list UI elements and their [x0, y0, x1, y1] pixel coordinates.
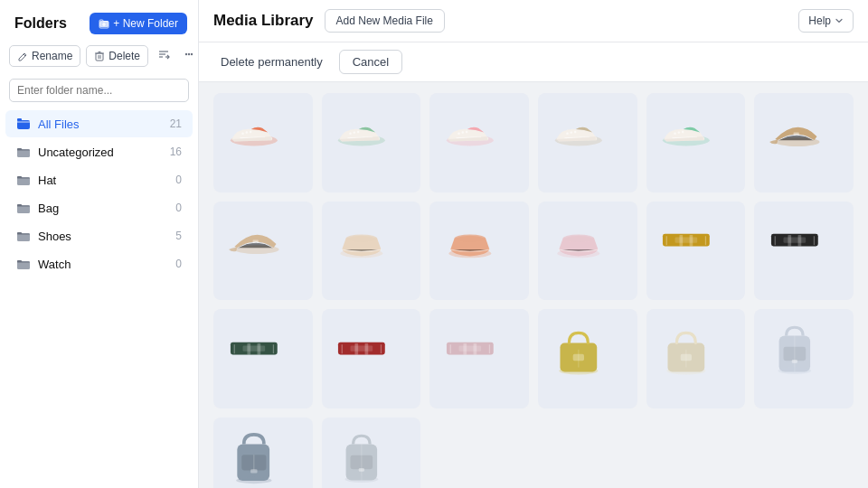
- svg-rect-57: [690, 235, 693, 246]
- media-item[interactable]: [754, 202, 854, 301]
- new-folder-button[interactable]: + New Folder: [90, 13, 187, 34]
- media-thumbnail: [767, 322, 841, 396]
- trash-icon: [94, 51, 105, 61]
- page-title: Media Library: [213, 12, 314, 30]
- svg-point-26: [250, 130, 251, 132]
- media-grid-area: [199, 82, 868, 488]
- svg-rect-66: [247, 343, 250, 354]
- media-item[interactable]: [322, 309, 421, 408]
- media-item[interactable]: [646, 309, 746, 408]
- sidebar-item-all-files[interactable]: All Files21: [5, 110, 193, 137]
- svg-point-102: [345, 475, 379, 482]
- media-item[interactable]: [538, 93, 637, 192]
- sort-button[interactable]: [154, 44, 174, 67]
- media-thumbnail: [551, 106, 625, 180]
- svg-point-29: [354, 131, 355, 133]
- media-item[interactable]: [754, 93, 854, 192]
- sidebar-item-hat[interactable]: Hat0: [5, 166, 193, 193]
- more-options-button[interactable]: [179, 44, 199, 67]
- svg-rect-44: [794, 132, 799, 136]
- folder-icon: [16, 257, 31, 271]
- sidebar-item-watch[interactable]: Watch0: [5, 250, 193, 277]
- svg-point-42: [682, 130, 684, 132]
- add-media-button[interactable]: Add New Media File: [325, 9, 445, 33]
- folder-icon: [16, 201, 31, 215]
- delete-permanently-button[interactable]: Delete permanently: [213, 52, 330, 72]
- svg-point-25: [245, 131, 247, 133]
- media-item[interactable]: [213, 418, 313, 488]
- folder-count-shoes: 5: [175, 230, 182, 242]
- folder-name-all-files: All Files: [38, 117, 170, 131]
- rename-button[interactable]: Rename: [9, 45, 80, 67]
- chevron-down-icon: [835, 16, 844, 25]
- media-thumbnail: [334, 213, 408, 287]
- sidebar-header: Folders + New Folder: [0, 0, 198, 43]
- media-item[interactable]: [429, 93, 529, 192]
- media-item[interactable]: [322, 418, 421, 488]
- folder-icon: [16, 145, 31, 159]
- media-item[interactable]: [322, 202, 421, 301]
- svg-rect-71: [355, 343, 359, 354]
- new-folder-label: + New Folder: [113, 17, 178, 30]
- svg-rect-4: [96, 53, 103, 61]
- svg-point-37: [570, 131, 571, 133]
- svg-rect-55: [675, 238, 698, 243]
- media-thumbnail: [442, 213, 516, 287]
- folder-count-hat: 0: [175, 174, 182, 186]
- cancel-button[interactable]: Cancel: [339, 50, 402, 74]
- media-thumbnail: [658, 106, 732, 180]
- folder-count-all-files: 21: [170, 117, 182, 130]
- svg-point-48: [346, 235, 378, 243]
- delete-label: Delete: [108, 50, 140, 62]
- help-label: Help: [808, 14, 831, 27]
- media-item[interactable]: [429, 202, 529, 301]
- sidebar-item-bag[interactable]: Bag0: [5, 194, 193, 221]
- svg-rect-76: [463, 343, 467, 354]
- folder-name-hat: Hat: [38, 174, 175, 187]
- folder-icon: [16, 229, 31, 243]
- media-thumbnail: [226, 213, 300, 287]
- media-item[interactable]: [754, 309, 854, 408]
- sidebar: Folders + New Folder Rename: [0, 0, 199, 488]
- help-button[interactable]: Help: [798, 9, 854, 33]
- media-thumbnail: [442, 322, 516, 396]
- media-thumbnail: [334, 106, 408, 180]
- folder-name-input[interactable]: [9, 79, 189, 102]
- media-item[interactable]: [538, 309, 637, 408]
- svg-point-13: [185, 53, 187, 55]
- media-item[interactable]: [429, 309, 529, 408]
- svg-point-50: [455, 235, 486, 243]
- svg-rect-62: [798, 235, 802, 246]
- sidebar-item-uncategorized[interactable]: Uncategorized16: [5, 138, 193, 165]
- media-item[interactable]: [322, 93, 421, 192]
- svg-point-32: [458, 132, 459, 134]
- media-thumbnail: [226, 430, 300, 488]
- media-grid: [213, 93, 854, 488]
- sidebar-actions: Rename Delete: [0, 43, 198, 75]
- svg-point-34: [466, 130, 467, 132]
- media-thumbnail: [334, 430, 408, 488]
- sidebar-item-shoes[interactable]: Shoes5: [5, 222, 193, 249]
- delete-button[interactable]: Delete: [86, 45, 148, 67]
- svg-point-92: [778, 368, 811, 374]
- rename-label: Rename: [32, 50, 72, 62]
- media-item[interactable]: [213, 202, 313, 301]
- more-icon: [183, 48, 195, 61]
- svg-point-28: [350, 132, 352, 134]
- svg-rect-17: [17, 118, 22, 121]
- svg-point-33: [462, 131, 464, 133]
- folder-list: All Files21 Uncategorized16 Hat0 Bag0 Sh…: [0, 109, 198, 488]
- svg-rect-65: [242, 346, 265, 352]
- media-thumbnail: [767, 106, 841, 180]
- media-item[interactable]: [213, 93, 313, 192]
- svg-rect-70: [351, 346, 373, 352]
- svg-rect-60: [784, 238, 807, 243]
- media-item[interactable]: [538, 202, 637, 301]
- media-item[interactable]: [213, 309, 313, 408]
- sidebar-title: Folders: [14, 15, 67, 32]
- media-item[interactable]: [646, 202, 746, 301]
- svg-point-30: [357, 130, 359, 132]
- svg-point-24: [241, 132, 243, 134]
- media-item[interactable]: [646, 93, 746, 192]
- folder-count-watch: 0: [175, 258, 182, 270]
